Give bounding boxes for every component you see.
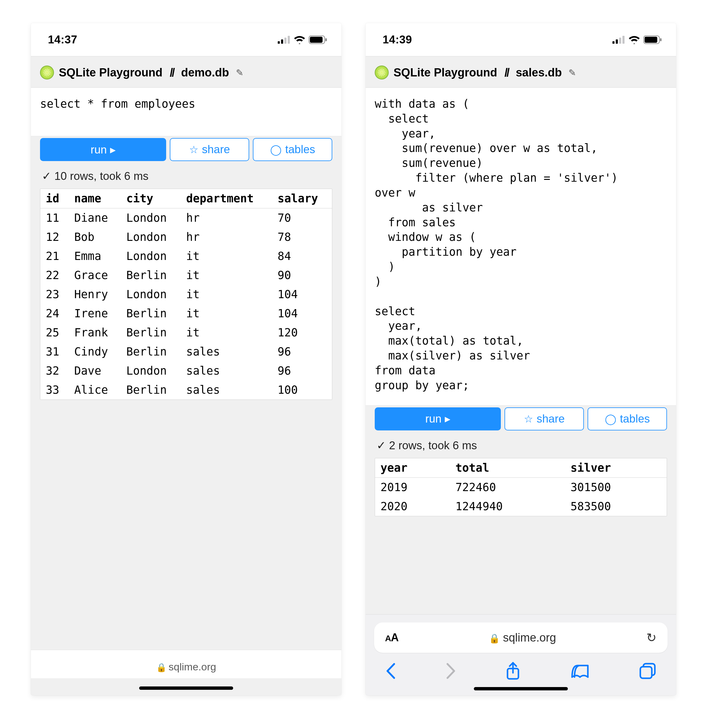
table-cell: 104 [272, 304, 332, 323]
sql-editor[interactable]: with data as ( select year, sum(revenue)… [366, 88, 676, 406]
lock-icon: 🔒 [489, 633, 500, 643]
column-header: name [69, 189, 121, 208]
table-cell: 100 [272, 380, 332, 400]
status-time: 14:37 [48, 33, 77, 46]
table-cell: it [181, 304, 272, 323]
tabs-icon[interactable] [639, 663, 656, 679]
status-bar: 14:39 [366, 23, 676, 56]
pencil-icon[interactable]: ✎ [568, 67, 576, 78]
text-size-button[interactable]: AA [385, 631, 398, 644]
table-cell: 2019 [375, 477, 450, 497]
table-cell: 70 [272, 208, 332, 228]
star-icon: ☆ [189, 143, 198, 156]
phone-left: 14:37 SQLite Playground // demo.db ✎ sel… [31, 23, 341, 695]
table-row: 25FrankBerlinit120 [40, 323, 332, 342]
run-button[interactable]: run ▸ [40, 138, 166, 161]
share-icon[interactable] [505, 662, 521, 680]
tables-button[interactable]: ◯tables [253, 138, 332, 161]
table-cell: Diane [69, 208, 121, 228]
home-indicator [139, 686, 233, 690]
wifi-icon [628, 36, 640, 44]
status-bar: 14:37 [31, 23, 341, 56]
table-cell: sales [181, 342, 272, 361]
wifi-icon [293, 36, 306, 44]
db-name[interactable]: sales.db [516, 66, 562, 79]
check-icon: ✓ [377, 439, 386, 452]
share-button[interactable]: ☆share [170, 138, 249, 161]
svg-rect-12 [645, 37, 657, 43]
table-cell: 96 [272, 342, 332, 361]
app-header: SQLite Playground // demo.db ✎ [31, 56, 341, 88]
status-icons [612, 36, 662, 44]
table-row: 31CindyBerlinsales96 [40, 342, 332, 361]
check-icon: ✓ [42, 170, 51, 182]
result-summary: ✓ 2 rows, took 6 ms [366, 430, 676, 455]
column-header: year [375, 458, 450, 478]
table-cell: 22 [40, 266, 69, 285]
bookmarks-icon[interactable] [570, 663, 590, 679]
pencil-icon[interactable]: ✎ [236, 67, 244, 78]
table-cell: Cindy [69, 342, 121, 361]
table-cell: Berlin [121, 304, 181, 323]
column-header: city [121, 189, 181, 208]
forward-icon[interactable] [446, 663, 456, 679]
table-cell: London [121, 227, 181, 247]
button-row: run ▸ ☆share ◯tables [366, 407, 676, 430]
safari-bottom-bar: AA 🔒sqlime.org ↻ [366, 614, 676, 695]
reload-icon[interactable]: ↻ [646, 631, 656, 644]
table-row: 2019722460301500 [375, 477, 667, 497]
db-name[interactable]: demo.db [181, 66, 229, 79]
svg-rect-6 [325, 38, 327, 41]
table-cell: 33 [40, 380, 69, 400]
table-cell: hr [181, 208, 272, 228]
app-title: SQLite Playground [59, 66, 163, 79]
table-cell: Berlin [121, 323, 181, 342]
table-cell: 90 [272, 266, 332, 285]
safari-url-pill[interactable]: AA 🔒sqlime.org ↻ [374, 623, 668, 653]
table-cell: Irene [69, 304, 121, 323]
svg-rect-2 [284, 38, 287, 44]
column-header: department [181, 189, 272, 208]
table-cell: 24 [40, 304, 69, 323]
table-cell: Dave [69, 361, 121, 380]
svg-rect-17 [640, 667, 652, 678]
table-cell: London [121, 285, 181, 304]
sql-editor[interactable]: select * from employees [31, 88, 341, 136]
table-cell: 31 [40, 342, 69, 361]
button-row: run ▸ ☆share ◯tables [31, 138, 341, 161]
column-header: id [40, 189, 69, 208]
svg-rect-13 [660, 38, 662, 41]
table-row: 12BobLondonhr78 [40, 227, 332, 247]
table-cell: 120 [272, 323, 332, 342]
url-display[interactable]: 🔒sqlime.org [398, 631, 646, 644]
table-cell: hr [181, 227, 272, 247]
results-table: yeartotalsilver 201972246030150020201244… [375, 458, 667, 516]
status-time: 14:39 [382, 33, 412, 46]
battery-icon [644, 36, 662, 44]
circle-icon: ◯ [270, 143, 281, 156]
table-cell: Emma [69, 247, 121, 266]
circle-icon: ◯ [605, 413, 616, 425]
table-cell: 2020 [375, 497, 450, 516]
table-cell: 301500 [565, 477, 667, 497]
share-button[interactable]: ☆share [505, 407, 584, 430]
table-cell: 84 [272, 247, 332, 266]
table-row: 24IreneBerlinit104 [40, 304, 332, 323]
table-row: 21EmmaLondonit84 [40, 247, 332, 266]
table-cell: Berlin [121, 266, 181, 285]
safari-url-minimal[interactable]: 🔒sqlime.org [31, 650, 341, 678]
column-header: silver [565, 458, 667, 478]
safari-nav [374, 653, 668, 680]
table-cell: 96 [272, 361, 332, 380]
title-separator: // [505, 66, 508, 79]
lock-icon: 🔒 [156, 663, 167, 672]
table-cell: 25 [40, 323, 69, 342]
table-row: 32DaveLondonsales96 [40, 361, 332, 380]
tables-button[interactable]: ◯tables [587, 407, 667, 430]
table-cell: Alice [69, 380, 121, 400]
cellular-icon [612, 36, 625, 44]
table-cell: Berlin [121, 380, 181, 400]
back-icon[interactable] [386, 663, 396, 679]
run-button[interactable]: run ▸ [375, 407, 501, 430]
svg-rect-8 [616, 39, 618, 44]
